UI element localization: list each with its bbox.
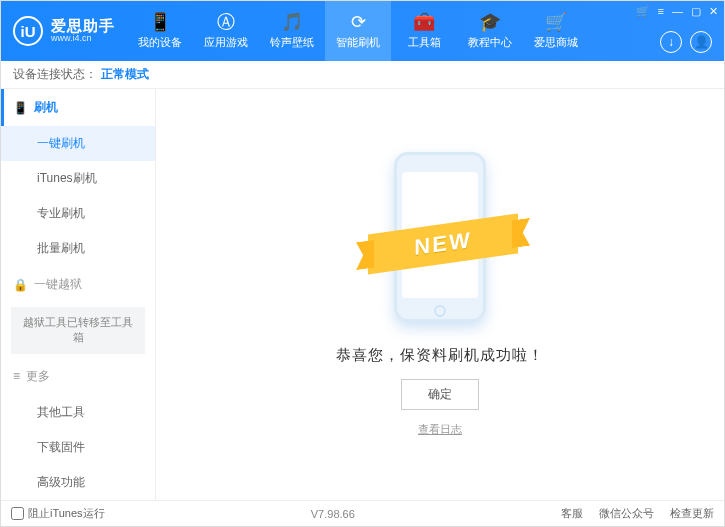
block-itunes-checkbox[interactable]: 阻止iTunes运行 — [11, 506, 105, 521]
toolbox-icon: 🧰 — [413, 13, 435, 31]
sidebar-item-other[interactable]: 其他工具 — [1, 395, 155, 430]
sidebar: 📱 刷机 一键刷机 iTunes刷机 专业刷机 批量刷机 🔒 一键越狱 越狱工具… — [1, 89, 156, 500]
app-title: 爱思助手 — [51, 18, 115, 35]
footer: 阻止iTunes运行 V7.98.66 客服 微信公众号 检查更新 — [1, 500, 724, 526]
store-icon: 🛒 — [545, 13, 567, 31]
sidebar-cat-jailbreak: 🔒 一键越狱 — [1, 266, 155, 303]
status-label: 设备连接状态： — [13, 66, 97, 83]
header-right: ↓ 👤 — [660, 31, 712, 53]
view-log-link[interactable]: 查看日志 — [418, 422, 462, 437]
nav-apps[interactable]: Ⓐ应用游戏 — [193, 1, 259, 61]
window-controls: 🛒 ≡ — ▢ ✕ — [636, 5, 718, 18]
logo-icon: iU — [13, 16, 43, 46]
success-illustration: NEW — [380, 152, 500, 322]
header: iU 爱思助手 www.i4.cn 📱我的设备 Ⓐ应用游戏 🎵铃声壁纸 ⟳智能刷… — [1, 1, 724, 61]
sidebar-item-batch[interactable]: 批量刷机 — [1, 231, 155, 266]
sidebar-item-itunes[interactable]: iTunes刷机 — [1, 161, 155, 196]
sidebar-cat-flash[interactable]: 📱 刷机 — [1, 89, 155, 126]
maximize-icon[interactable]: ▢ — [691, 5, 701, 18]
close-icon[interactable]: ✕ — [709, 5, 718, 18]
jailbreak-note[interactable]: 越狱工具已转移至工具箱 — [11, 307, 145, 354]
top-nav: 📱我的设备 Ⓐ应用游戏 🎵铃声壁纸 ⟳智能刷机 🧰工具箱 🎓教程中心 🛒爱思商城 — [127, 1, 589, 61]
sidebar-item-pro[interactable]: 专业刷机 — [1, 196, 155, 231]
tutorial-icon: 🎓 — [479, 13, 501, 31]
footer-support[interactable]: 客服 — [561, 506, 583, 521]
minimize-icon[interactable]: — — [672, 5, 683, 18]
app-icon: Ⓐ — [217, 13, 235, 31]
version-label: V7.98.66 — [311, 508, 355, 520]
sidebar-cat-more[interactable]: ≡ 更多 — [1, 358, 155, 395]
status-bar: 设备连接状态： 正常模式 — [1, 61, 724, 89]
cart-icon[interactable]: 🛒 — [636, 5, 650, 18]
nav-store[interactable]: 🛒爱思商城 — [523, 1, 589, 61]
phone-icon: 📱 — [149, 13, 171, 31]
success-message: 恭喜您，保资料刷机成功啦！ — [336, 346, 544, 365]
nav-toolbox[interactable]: 🧰工具箱 — [391, 1, 457, 61]
nav-device[interactable]: 📱我的设备 — [127, 1, 193, 61]
app-url: www.i4.cn — [51, 34, 115, 44]
footer-wechat[interactable]: 微信公众号 — [599, 506, 654, 521]
nav-flash[interactable]: ⟳智能刷机 — [325, 1, 391, 61]
ok-button[interactable]: 确定 — [401, 379, 479, 410]
sidebar-item-advanced[interactable]: 高级功能 — [1, 465, 155, 500]
nav-ringtones[interactable]: 🎵铃声壁纸 — [259, 1, 325, 61]
sidebar-item-firmware[interactable]: 下载固件 — [1, 430, 155, 465]
music-icon: 🎵 — [281, 13, 303, 31]
nav-tutorial[interactable]: 🎓教程中心 — [457, 1, 523, 61]
footer-update[interactable]: 检查更新 — [670, 506, 714, 521]
menu-icon[interactable]: ≡ — [658, 5, 664, 18]
sidebar-item-oneclick[interactable]: 一键刷机 — [1, 126, 155, 161]
download-button[interactable]: ↓ — [660, 31, 682, 53]
logo: iU 爱思助手 www.i4.cn — [1, 16, 127, 46]
status-mode: 正常模式 — [101, 66, 149, 83]
user-button[interactable]: 👤 — [690, 31, 712, 53]
flash-icon: ⟳ — [351, 13, 366, 31]
main-content: NEW 恭喜您，保资料刷机成功啦！ 确定 查看日志 — [156, 89, 724, 500]
